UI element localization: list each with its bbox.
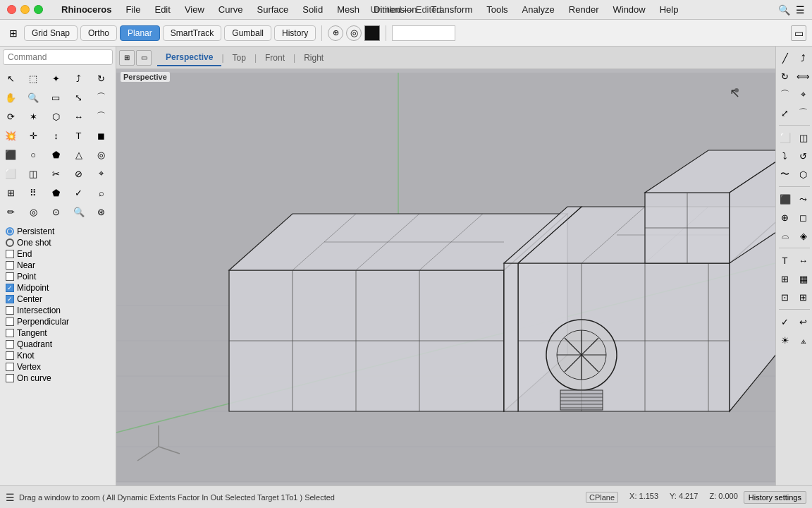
grid-tool[interactable]: ⊞ [1, 183, 20, 202]
move-tool[interactable]: ✛ [24, 126, 42, 145]
rt-insert-tool[interactable]: ⊞ [795, 289, 812, 306]
rt-fillet-tool[interactable]: ⌒ [795, 104, 812, 121]
menu-mesh[interactable]: Mesh [330, 4, 367, 15]
rt-rotate3d-tool[interactable]: ↻ [777, 68, 794, 85]
ortho-button[interactable]: Ortho [80, 25, 117, 41]
perpendicular-check[interactable]: Perpendicular [6, 317, 110, 327]
box-tool[interactable]: ⬛ [1, 145, 20, 164]
vertex-check[interactable]: Vertex [6, 362, 110, 372]
on-curve-check[interactable]: On curve [6, 373, 110, 383]
surfaces-tool[interactable]: ⬜ [1, 164, 20, 183]
history-button[interactable]: History [274, 25, 316, 41]
zoom-tool[interactable]: 🔍 [24, 88, 42, 107]
explode-tool[interactable]: 💥 [1, 126, 20, 145]
paint-tool[interactable]: ✏ [1, 202, 20, 221]
center-check[interactable]: ✓ Center [6, 294, 110, 304]
color-swatch[interactable] [364, 25, 380, 41]
rt-blend-tool[interactable]: 〜 [777, 166, 794, 183]
menu-surface[interactable]: Surface [250, 4, 296, 15]
rt-grid2-tool[interactable]: ⊞ [777, 270, 794, 287]
rt-chamfer-tool[interactable]: ◈ [795, 227, 812, 244]
tab-top[interactable]: Top [224, 50, 254, 66]
rt-analyze-tool[interactable]: ✓ [777, 313, 794, 330]
menu-help[interactable]: Help [653, 4, 686, 15]
tab-front[interactable]: Front [257, 50, 293, 66]
split-tool[interactable]: ⊘ [70, 164, 88, 183]
cone-tool[interactable]: △ [70, 145, 88, 164]
rt-loft-tool[interactable]: ◫ [795, 129, 812, 146]
rt-extrude-tool[interactable]: ⤳ [795, 190, 812, 207]
planar-button[interactable]: Planar [120, 25, 160, 41]
rt-fillet3d-tool[interactable]: ⌓ [777, 227, 794, 244]
fullscreen-button[interactable] [34, 5, 43, 14]
offset-tool[interactable]: ⌖ [92, 164, 111, 183]
menu-window[interactable]: Window [605, 4, 652, 15]
extract-tool[interactable]: ⌒ [92, 107, 111, 126]
history-settings-button[interactable]: History settings [744, 491, 806, 504]
select-window-tool[interactable]: ⬚ [24, 69, 42, 87]
rt-offset2-tool[interactable]: ⌖ [795, 86, 812, 103]
menu-tools[interactable]: Tools [479, 4, 515, 15]
surface2-tool[interactable]: ◫ [24, 164, 42, 183]
sphere-tool[interactable]: ○ [24, 145, 42, 164]
curve-tool[interactable]: ⌒ [92, 88, 111, 107]
array-tool[interactable]: ⠿ [24, 183, 42, 202]
text-tool[interactable]: T [70, 126, 88, 145]
rt-extend-tool[interactable]: ⤢ [777, 104, 794, 121]
scale-tool[interactable]: ↔ [70, 107, 88, 126]
point-check[interactable]: Point [6, 272, 110, 282]
tangent-check[interactable]: Tangent [6, 328, 110, 338]
circle-tool[interactable]: ⊙ [47, 202, 65, 221]
smart-track-button[interactable]: SmartTrack [163, 25, 222, 41]
rt-curve3d-tool[interactable]: ⌒ [777, 86, 794, 103]
display-mode-dropdown[interactable]: Default [392, 25, 455, 41]
rt-hatch-tool[interactable]: ▦ [795, 270, 812, 287]
menu-analyze[interactable]: Analyze [515, 4, 562, 15]
point-tool[interactable]: ✦ [47, 69, 65, 87]
quadrant-check[interactable]: Quadrant [6, 339, 110, 349]
intersection-check[interactable]: Intersection [6, 306, 110, 315]
gumball-button[interactable]: Gumball [224, 25, 271, 41]
menu-rhinoceros[interactable]: Rhinoceros [54, 4, 119, 15]
filter-tool[interactable]: ⊛ [92, 202, 111, 221]
menu-curve[interactable]: Curve [211, 4, 250, 15]
check-tool[interactable]: ✓ [70, 183, 88, 202]
rt-block-tool[interactable]: ⊡ [777, 289, 794, 306]
trim-tool[interactable]: ✂ [47, 164, 65, 183]
persistent-radio[interactable]: Persistent [6, 226, 110, 236]
rt-boolean-tool[interactable]: ⊕ [777, 209, 794, 226]
cage-tool[interactable]: ⬟ [47, 183, 65, 202]
tab-right[interactable]: Right [295, 50, 332, 66]
curve-from-tool[interactable]: ⤴ [70, 69, 88, 87]
search-icon-mac[interactable]: 🔍 [778, 4, 790, 16]
rt-revolve-tool[interactable]: ↺ [795, 147, 812, 164]
grid-toggle-icon[interactable]: ⊞ [6, 25, 21, 41]
near-check[interactable]: Near [6, 260, 110, 270]
torus-tool[interactable]: ◎ [92, 145, 111, 164]
rt-render2-tool[interactable]: ⟁ [795, 332, 812, 349]
rt-box-tool[interactable]: ⬛ [777, 190, 794, 207]
menu-solid[interactable]: Solid [295, 4, 330, 15]
rt-text-obj-tool[interactable]: T [777, 252, 794, 269]
minimize-button[interactable] [20, 5, 30, 14]
grid-view-icon[interactable]: ⊞ [119, 50, 135, 66]
viewport-layout-icon[interactable]: ▭ [791, 25, 806, 41]
tab-perspective[interactable]: Perspective [157, 49, 221, 66]
rt-sweep-tool[interactable]: ⤵ [777, 147, 794, 164]
rt-history-tool[interactable]: ↩ [795, 313, 812, 330]
rt-patch-tool[interactable]: ⬡ [795, 166, 812, 183]
select-tool[interactable]: ↖ [1, 69, 20, 87]
solid-tool[interactable]: ◼ [92, 126, 111, 145]
grid-snap-button[interactable]: Grid Snap [24, 25, 78, 41]
rt-polyline-tool[interactable]: ⤴ [795, 49, 812, 66]
rt-surface-tool[interactable]: ⬜ [777, 129, 794, 146]
menu-render[interactable]: Render [562, 4, 606, 15]
cyl-tool[interactable]: ⬟ [47, 145, 65, 164]
list-icon-mac[interactable]: ☰ [796, 4, 805, 16]
menu-view[interactable]: View [178, 4, 211, 15]
one-shot-radio[interactable]: One shot [6, 238, 110, 248]
cplane-indicator[interactable]: CPlane [586, 492, 618, 503]
hamburger-icon[interactable]: ☰ [6, 492, 15, 503]
pan-tool[interactable]: ✋ [1, 88, 20, 107]
polygon-tool[interactable]: ⬡ [47, 107, 65, 126]
